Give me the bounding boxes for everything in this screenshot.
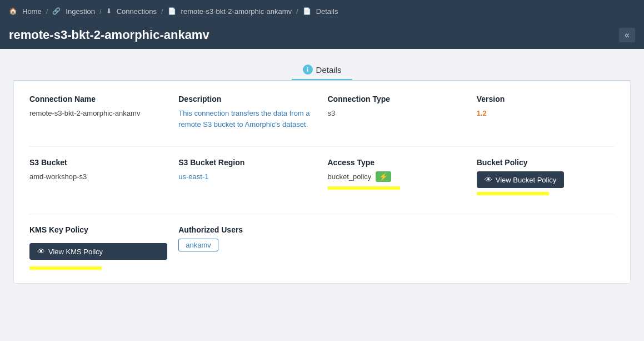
description-label: Description: [178, 95, 316, 103]
field-s3-bucket: S3 Bucket amd-workshop-s3: [29, 158, 167, 197]
view-kms-policy-button[interactable]: 👁 View KMS Policy: [29, 243, 167, 260]
s3-bucket-region-value: us-east-1: [178, 171, 316, 182]
tab-details[interactable]: i Details: [292, 60, 353, 80]
empty-col-3: [328, 225, 466, 270]
section-divider-2: [29, 214, 615, 214]
s3-bucket-region-label: S3 Bucket Region: [178, 158, 316, 167]
page-title: remote-s3-bkt-2-amorphic-ankamv: [9, 28, 209, 42]
access-type-label: Access Type: [328, 158, 466, 167]
fields-row-1: Connection Name remote-s3-bkt-2-amorphic…: [29, 95, 615, 130]
field-bucket-policy: Bucket Policy 👁 View Bucket Policy: [477, 158, 615, 197]
bucket-policy-label: Bucket Policy: [477, 158, 615, 167]
nav-details: Details: [316, 7, 338, 16]
nav-home[interactable]: Home: [22, 7, 42, 16]
view-bucket-policy-button[interactable]: 👁 View Bucket Policy: [477, 171, 565, 188]
view-kms-policy-label: View KMS Policy: [48, 248, 103, 256]
field-kms-key-policy: KMS Key Policy 👁 View KMS Policy: [29, 225, 167, 270]
s3-bucket-label: S3 Bucket: [29, 158, 167, 167]
field-authorized-users: Authorized Users ankamv: [178, 225, 316, 270]
field-s3-bucket-region: S3 Bucket Region us-east-1: [178, 158, 316, 197]
info-icon: i: [303, 65, 313, 75]
lightning-badge: ⚡: [376, 171, 391, 182]
access-type-row: bucket_policy ⚡: [328, 171, 466, 182]
eye-icon: 👁: [485, 175, 492, 184]
authorized-user-tag: ankamv: [178, 239, 218, 251]
tab-details-label: Details: [316, 65, 342, 75]
highlight-access-type: [328, 186, 400, 190]
collapse-button[interactable]: «: [619, 28, 635, 42]
fields-row-2: S3 Bucket amd-workshop-s3 S3 Bucket Regi…: [29, 158, 615, 197]
field-connection-type: Connection Type s3: [328, 95, 466, 130]
connection-type-label: Connection Type: [328, 95, 466, 103]
version-value: 1.2: [477, 108, 615, 119]
fields-row-3: KMS Key Policy 👁 View KMS Policy Authori…: [29, 225, 615, 270]
field-connection-name: Connection Name remote-s3-bkt-2-amorphic…: [29, 95, 167, 130]
view-bucket-policy-label: View Bucket Policy: [496, 176, 557, 184]
connection-name-value: remote-s3-bkt-2-amorphic-ankamv: [29, 108, 167, 119]
kms-key-policy-label: KMS Key Policy: [29, 225, 167, 234]
details-card: Connection Name remote-s3-bkt-2-amorphic…: [13, 81, 631, 284]
section-divider-1: [29, 146, 615, 147]
main-content: i Details Connection Name remote-s3-bkt-…: [0, 49, 644, 295]
s3-bucket-value: amd-workshop-s3: [29, 171, 167, 182]
field-description: Description This connection transfers th…: [178, 95, 316, 130]
highlight-kms-policy: [29, 266, 102, 270]
field-version: Version 1.2: [477, 95, 615, 130]
breadcrumb: 🏠 Home / 🔗 Ingestion / ⬇ Connections / 📄…: [0, 0, 644, 22]
nav-connections[interactable]: Connections: [117, 7, 157, 16]
empty-col-4: [477, 225, 615, 270]
title-bar: remote-s3-bkt-2-amorphic-ankamv «: [0, 22, 644, 49]
connection-type-value: s3: [328, 108, 466, 119]
eye-icon-kms: 👁: [37, 247, 45, 256]
tab-container: i Details: [13, 60, 631, 80]
access-type-value: bucket_policy: [328, 171, 372, 182]
highlight-bucket-policy: [477, 192, 549, 195]
nav-resource[interactable]: remote-s3-bkt-2-amorphic-ankamv: [181, 7, 292, 16]
authorized-users-label: Authorized Users: [178, 225, 316, 234]
nav-ingestion[interactable]: Ingestion: [66, 7, 95, 16]
connection-name-label: Connection Name: [29, 95, 167, 103]
version-label: Version: [477, 95, 615, 103]
description-value: This connection transfers the data from …: [178, 108, 316, 130]
field-access-type: Access Type bucket_policy ⚡: [328, 158, 466, 197]
